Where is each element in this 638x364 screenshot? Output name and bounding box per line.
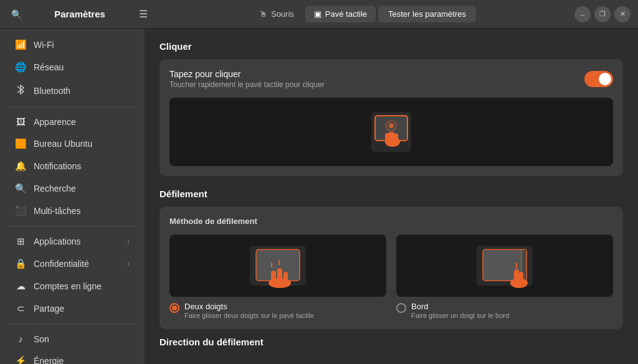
- bluetooth-icon: [15, 84, 26, 97]
- sidebar-label-energie: Énergie: [34, 356, 64, 364]
- sidebar-item-comptes[interactable]: ☁ Comptes en ligne: [4, 275, 141, 297]
- sidebar-label-comptes: Comptes en ligne: [34, 281, 102, 291]
- sidebar-label-partage: Partage: [34, 304, 64, 314]
- svg-rect-22: [519, 272, 523, 283]
- tab-bar: 🖱 Souris ▣ Pavé tactile Tester les param…: [157, 6, 569, 22]
- click-illustration-wrap: [169, 98, 613, 166]
- notifications-icon: 🔔: [15, 161, 26, 172]
- applications-arrow: ›: [127, 237, 130, 246]
- menu-button[interactable]: ☰: [135, 6, 152, 23]
- sidebar-label-son: Son: [34, 334, 49, 344]
- click-illustration: [366, 107, 416, 157]
- tab-touchpad[interactable]: ▣ Pavé tactile: [305, 6, 376, 22]
- scroll-option-deux-doigts: Deux doigts Faire glisser deux doigts su…: [169, 235, 386, 319]
- partage-icon: ⊂: [15, 303, 26, 314]
- window-controls: – ❐ ✕: [574, 6, 631, 22]
- sidebar-item-notifications[interactable]: 🔔 Notifications: [4, 155, 141, 177]
- network-icon: 🌐: [15, 62, 26, 73]
- sidebar-item-partage[interactable]: ⊂ Partage: [4, 297, 141, 320]
- multitaches-icon: ⬛: [15, 205, 26, 217]
- menu-icon: ☰: [139, 8, 148, 20]
- svg-rect-21: [514, 269, 519, 284]
- tap-to-click-info: Tapez pour cliquer Toucher rapidement le…: [169, 69, 325, 89]
- confidentialite-arrow: ›: [127, 259, 130, 268]
- close-button[interactable]: ✕: [614, 6, 631, 22]
- scroll-method-card: Méthode de défilement: [160, 207, 623, 329]
- svg-point-3: [389, 123, 394, 128]
- sidebar-label-bluetooth: Bluetooth: [34, 86, 70, 96]
- sidebar-label-reseau: Réseau: [34, 62, 64, 72]
- sidebar-label-recherche: Recherche: [34, 184, 76, 194]
- minimize-button[interactable]: –: [574, 6, 591, 22]
- sidebar: 📶 Wi-Fi 🌐 Réseau Bluetooth 🖼 Apparence 🟧…: [0, 29, 145, 364]
- sidebar-label-applications: Applications: [34, 236, 81, 246]
- tap-to-click-label: Tapez pour cliquer: [169, 69, 325, 79]
- son-icon: ♪: [15, 334, 26, 344]
- touchpad-icon: ▣: [314, 9, 321, 19]
- sidebar-label-multitaches: Multi-tâches: [34, 206, 80, 216]
- deux-doigts-radio[interactable]: [169, 303, 179, 313]
- sidebar-item-son[interactable]: ♪ Son: [4, 328, 141, 350]
- wifi-icon: 📶: [15, 39, 26, 50]
- deux-doigts-radio-row: Deux doigts Faire glisser deux doigts su…: [169, 302, 386, 319]
- deux-doigts-label: Deux doigts: [184, 302, 314, 311]
- energie-icon: ⚡: [15, 355, 26, 364]
- svg-rect-10: [394, 133, 398, 142]
- sidebar-item-applications[interactable]: ⊞ Applications ›: [4, 230, 141, 253]
- sidebar-divider-2: [7, 226, 137, 226]
- main-layout: 📶 Wi-Fi 🌐 Réseau Bluetooth 🖼 Apparence 🟧…: [0, 29, 638, 364]
- direction-section-title: Direction du défilement: [160, 337, 623, 347]
- svg-rect-16: [283, 272, 288, 283]
- sidebar-label-wifi: Wi-Fi: [34, 40, 54, 50]
- bord-desc: Faire glisser un doigt sur le bord: [411, 312, 509, 319]
- scroll-method-title: Méthode de défilement: [169, 217, 613, 226]
- sidebar-label-bureau: Bureau Ubuntu: [34, 139, 92, 149]
- bureau-icon: 🟧: [15, 138, 26, 149]
- restore-button[interactable]: ❐: [594, 6, 611, 22]
- sidebar-item-bluetooth[interactable]: Bluetooth: [4, 78, 141, 103]
- scroll-option-bord: Bord Faire glisser un doigt sur le bord: [396, 235, 613, 319]
- confidentialite-icon: 🔒: [15, 258, 26, 269]
- sidebar-item-recherche[interactable]: 🔍 Recherche: [4, 177, 141, 200]
- tab-mouse[interactable]: 🖱 Souris: [250, 6, 303, 22]
- search-button[interactable]: 🔍: [7, 6, 25, 23]
- sidebar-item-apparence[interactable]: 🖼 Apparence: [4, 111, 141, 133]
- sidebar-item-wifi[interactable]: 📶 Wi-Fi: [4, 34, 141, 56]
- app-title: Paramètres: [30, 9, 130, 19]
- header-left: 🔍 Paramètres ☰: [7, 6, 152, 23]
- tap-to-click-desc: Toucher rapidement le pavé tactile pour …: [169, 80, 325, 89]
- sidebar-item-reseau[interactable]: 🌐 Réseau: [4, 56, 141, 78]
- deux-doigts-illustration: [169, 235, 386, 297]
- svg-rect-15: [277, 268, 282, 284]
- content-area: Cliquer Tapez pour cliquer Toucher rapid…: [145, 29, 638, 364]
- apparence-icon: 🖼: [15, 116, 26, 127]
- applications-icon: ⊞: [15, 236, 26, 247]
- app-header: 🔍 Paramètres ☰ 🖱 Souris ▣ Pavé tactile T…: [0, 0, 638, 29]
- svg-rect-9: [390, 132, 394, 142]
- sidebar-item-energie[interactable]: ⚡ Énergie: [4, 350, 141, 364]
- bord-label: Bord: [411, 302, 509, 311]
- recherche-icon: 🔍: [15, 183, 26, 194]
- test-params-button[interactable]: Tester les paramètres: [378, 6, 476, 22]
- bord-radio[interactable]: [396, 303, 406, 313]
- svg-rect-8: [385, 133, 390, 142]
- click-card: Tapez pour cliquer Toucher rapidement le…: [160, 59, 623, 176]
- sidebar-label-apparence: Apparence: [34, 117, 76, 127]
- sidebar-label-notifications: Notifications: [34, 161, 81, 171]
- sidebar-item-multitaches[interactable]: ⬛ Multi-tâches: [4, 200, 141, 222]
- sidebar-item-confidentialite[interactable]: 🔒 Confidentialité ›: [4, 253, 141, 275]
- sidebar-divider-3: [7, 324, 137, 324]
- sidebar-item-bureau[interactable]: 🟧 Bureau Ubuntu: [4, 133, 141, 155]
- tap-to-click-row: Tapez pour cliquer Toucher rapidement le…: [169, 69, 613, 89]
- bord-illustration: [396, 235, 613, 297]
- scroll-options: Deux doigts Faire glisser deux doigts su…: [169, 235, 613, 319]
- svg-rect-14: [271, 271, 276, 284]
- sidebar-label-confidentialite: Confidentialité: [34, 259, 89, 269]
- bord-radio-row: Bord Faire glisser un doigt sur le bord: [396, 302, 613, 319]
- deux-doigts-desc: Faire glisser deux doigts sur le pavé ta…: [184, 312, 314, 319]
- tap-to-click-toggle[interactable]: [584, 71, 613, 87]
- scroll-section-title: Défilement: [160, 189, 623, 199]
- search-icon: 🔍: [11, 9, 22, 19]
- comptes-icon: ☁: [15, 281, 26, 292]
- click-section-title: Cliquer: [160, 41, 623, 52]
